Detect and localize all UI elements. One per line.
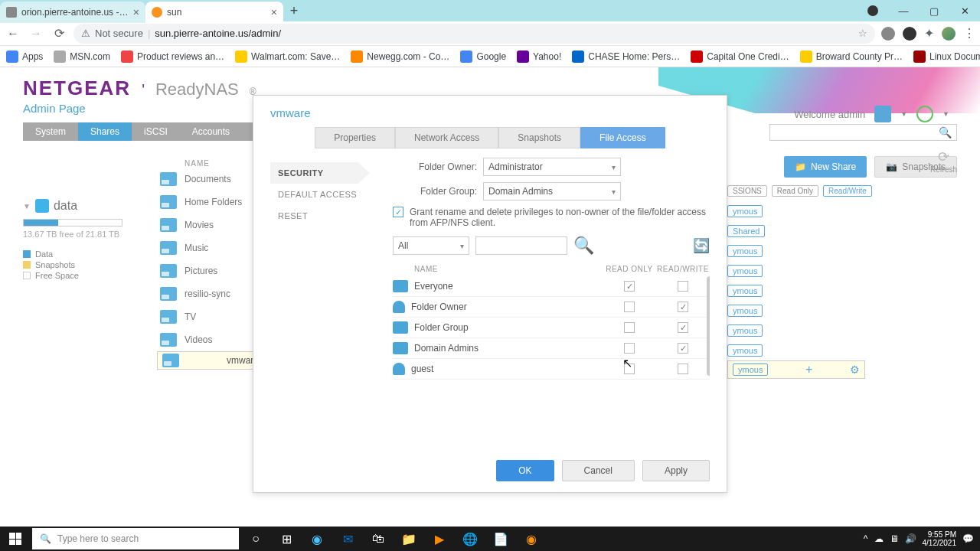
maximize-button[interactable]: ▢	[919, 0, 949, 21]
app-icon[interactable]: ◉	[516, 527, 547, 551]
search-input[interactable]: 🔍	[769, 124, 957, 141]
new-tab-button[interactable]: +	[283, 0, 305, 21]
folder-owner-select[interactable]: Administrator▾	[483, 158, 621, 176]
acrobat-icon[interactable]: 📄	[485, 527, 516, 551]
refresh-icon[interactable]: 🔄	[693, 237, 710, 254]
permission-row[interactable]: ymous+⚙	[727, 360, 865, 379]
app-icon[interactable]: ▶	[424, 527, 455, 551]
share-item[interactable]: Videos	[157, 328, 264, 351]
tab-shares[interactable]: Shares	[78, 122, 132, 141]
mail-icon[interactable]: ✉	[332, 527, 363, 551]
star-icon[interactable]: ☆	[858, 28, 867, 39]
readwrite-pill[interactable]: Read/Write	[823, 185, 872, 197]
close-icon[interactable]: ×	[133, 6, 139, 18]
tab-properties[interactable]: Properties	[315, 127, 395, 148]
bookmark-item[interactable]: Walmart.com: Save…	[235, 51, 340, 63]
tray-chevron-icon[interactable]: ^	[864, 533, 868, 544]
refresh-button[interactable]: ⟳Refresh	[930, 148, 957, 174]
store-icon[interactable]: 🛍	[363, 527, 394, 551]
filter-select[interactable]: All▾	[393, 236, 469, 255]
step-default-access[interactable]: DEFAULT ACCESS	[270, 184, 370, 205]
bookmark-item[interactable]: Yahoo!	[517, 51, 561, 63]
readwrite-checkbox[interactable]: ✓	[678, 343, 688, 354]
edge-icon[interactable]: ◉	[302, 527, 332, 551]
permission-row[interactable]: ymous	[727, 321, 957, 341]
readonly-checkbox[interactable]: ✓	[624, 281, 635, 292]
bookmark-item[interactable]: Product reviews an…	[121, 51, 224, 63]
new-share-button[interactable]: 📁New Share	[784, 156, 867, 178]
readonly-checkbox[interactable]	[624, 343, 635, 354]
chrome-icon[interactable]: 🌐	[455, 527, 485, 551]
cancel-button[interactable]: Cancel	[562, 460, 635, 481]
share-item[interactable]: Home Folders	[157, 191, 264, 214]
user-icon[interactable]	[874, 106, 891, 122]
permission-row[interactable]: Shared	[727, 221, 957, 241]
chevron-down-icon[interactable]: ▼	[942, 110, 949, 118]
bookmark-item[interactable]: Newegg.com - Co…	[351, 51, 449, 63]
permission-row[interactable]: ymous	[727, 201, 957, 221]
power-icon[interactable]	[916, 106, 933, 122]
ok-button[interactable]: OK	[496, 460, 554, 481]
start-button[interactable]	[0, 527, 31, 551]
scrollbar[interactable]	[707, 276, 710, 376]
tray-cloud-icon[interactable]: ☁	[874, 533, 884, 544]
bookmark-item[interactable]: Google	[460, 51, 506, 63]
browser-tab-1[interactable]: sun ×	[145, 2, 283, 23]
minimize-button[interactable]: —	[888, 0, 919, 21]
gear-icon[interactable]: ⚙	[850, 364, 860, 376]
bookmark-item[interactable]: MSN.com	[54, 51, 110, 63]
tab-system[interactable]: System	[23, 122, 78, 141]
permission-row[interactable]: ymous	[727, 281, 957, 301]
permission-row[interactable]: ymous	[727, 341, 957, 360]
bookmark-item[interactable]: Capital One Credi…	[691, 51, 789, 63]
share-item[interactable]: Music	[157, 236, 264, 259]
explorer-icon[interactable]: 📁	[394, 527, 424, 551]
share-item[interactable]: Pictures	[157, 259, 264, 282]
readonly-checkbox[interactable]	[624, 364, 635, 374]
folder-group-select[interactable]: Domain Admins▾	[483, 182, 621, 201]
share-item[interactable]: resilio-sync	[157, 282, 264, 305]
notifications-icon[interactable]: 💬	[962, 533, 974, 544]
readwrite-checkbox[interactable]: ✓	[678, 302, 688, 312]
share-item[interactable]: vmware	[157, 351, 264, 370]
readonly-checkbox[interactable]	[624, 302, 635, 312]
tab-snapshots[interactable]: Snapshots	[498, 127, 580, 148]
taskbar-search[interactable]: 🔍Type here to search	[32, 528, 239, 549]
bookmark-item[interactable]: CHASE Home: Pers…	[572, 51, 680, 63]
permission-row[interactable]: ymous	[727, 241, 957, 261]
tab-network-access[interactable]: Network Access	[395, 127, 498, 148]
apply-button[interactable]: Apply	[642, 460, 710, 481]
browser-tab-0[interactable]: orion.pierre-antoine.us - VMware ×	[0, 2, 145, 23]
readwrite-checkbox[interactable]: ✓	[678, 322, 688, 333]
taskbar-clock[interactable]: 9:55 PM4/12/2021	[923, 530, 957, 547]
search-icon[interactable]: 🔍	[939, 126, 952, 139]
permission-row[interactable]: ymous	[727, 261, 957, 281]
account-icon[interactable]	[858, 0, 888, 21]
grant-checkbox[interactable]: ✓	[393, 207, 403, 217]
share-item[interactable]: Documents	[157, 168, 264, 191]
back-button[interactable]: ←	[5, 25, 21, 42]
volume-header[interactable]: ▼ data	[23, 199, 157, 213]
reload-button[interactable]: ⟳	[51, 25, 67, 42]
step-reset[interactable]: RESET	[270, 205, 370, 227]
chevron-down-icon[interactable]: ▼	[900, 110, 907, 118]
apps-button[interactable]: Apps	[6, 51, 43, 63]
readonly-pill[interactable]: Read Only	[772, 185, 818, 197]
ext-icon[interactable]	[881, 27, 895, 41]
bookmark-item[interactable]: Broward County Pr…	[800, 51, 903, 63]
cortana-icon[interactable]: ○	[240, 527, 271, 551]
profile-avatar[interactable]	[942, 27, 956, 41]
forward-button[interactable]: →	[28, 25, 44, 42]
search-icon[interactable]: 🔍	[573, 236, 594, 256]
tray-network-icon[interactable]: 🖥	[890, 533, 899, 544]
menu-icon[interactable]: ⋮	[963, 26, 975, 41]
ext-icon[interactable]	[903, 27, 916, 41]
tab-accounts[interactable]: Accounts	[180, 122, 242, 141]
share-item[interactable]: TV	[157, 305, 264, 328]
close-icon[interactable]: ×	[271, 6, 277, 18]
permission-row[interactable]: ymous	[727, 301, 957, 321]
filter-input[interactable]	[475, 236, 567, 255]
close-button[interactable]: ✕	[949, 0, 980, 21]
address-bar[interactable]: ⚠ Not secure | sun.pierre-antoine.us/adm…	[74, 24, 875, 44]
bookmark-item[interactable]: Linux Documentation	[913, 51, 980, 63]
